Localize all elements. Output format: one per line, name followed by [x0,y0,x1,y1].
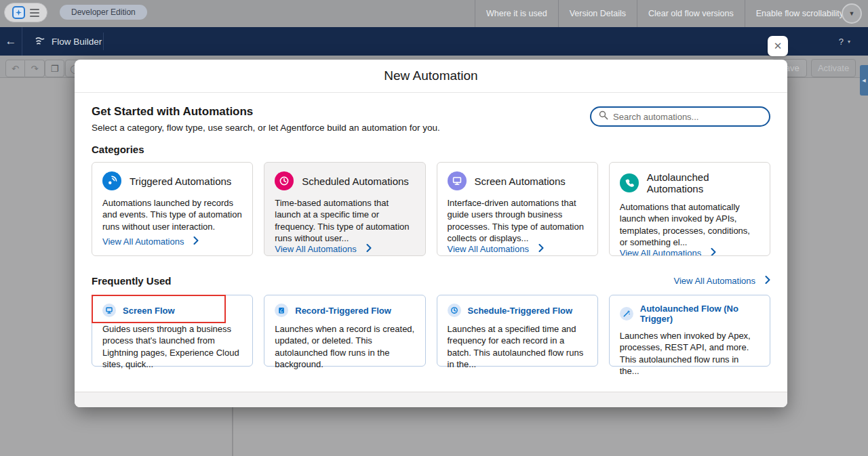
copy-button[interactable]: ❐ [45,60,64,77]
search-icon [599,110,608,123]
agentforce-tab[interactable] [4,3,47,22]
close-icon: ✕ [774,40,783,52]
chevron-left-icon: ◀ [862,78,865,83]
view-all-link[interactable]: View All Automations [448,244,587,254]
category-card-triggered[interactable]: Triggered Automations Automations launch… [92,162,253,256]
category-card-screen[interactable]: Screen Automations Interface-driven auto… [437,162,598,256]
frequently-used-heading: Frequently Used [92,275,172,287]
intro-subheading: Select a category, flow type, use search… [92,123,440,133]
dropdown-circle-button[interactable]: ▼ [842,3,862,24]
top-menu: Where it is used Version Details Clear o… [475,0,868,27]
app-header: ← Flow Builder ? ▾ [0,27,868,56]
copy-icon: ❐ [51,64,59,74]
hamburger-menu-icon[interactable] [30,9,39,17]
view-all-link[interactable]: View All Automations [275,244,414,254]
monitor-icon [448,171,467,190]
help-menu[interactable]: ? ▾ [839,27,850,56]
clock-icon [448,304,461,317]
caret-down-icon: ▾ [848,39,850,45]
frequently-used-grid: Screen Flow Guides users through a busin… [92,295,770,367]
header-divider [103,33,104,50]
flow-connector-line [232,407,233,456]
intro-block: Get Started with Automations Select a ca… [92,105,440,133]
new-automation-modal: New Automation Get Started with Automati… [75,60,787,407]
modal-body: Get Started with Automations Select a ca… [75,105,787,367]
chevron-right-icon [765,276,770,286]
intro-heading: Get Started with Automations [92,105,440,119]
chevron-right-icon [193,236,199,247]
search-box[interactable] [590,106,770,127]
edition-badge: Developer Edition [60,5,147,20]
modal-footer [75,392,787,407]
sparkle-icon [12,6,25,19]
category-card-scheduled[interactable]: Scheduled Automations Time-based automat… [264,162,425,256]
flow-card-autolaunched-no-trigger[interactable]: Autolaunched Flow (No Trigger) Launches … [609,295,770,367]
chevron-right-icon [711,248,716,256]
search-input[interactable] [613,112,762,122]
trigger-signal-icon [102,171,121,190]
view-all-link[interactable]: View All Automations [102,236,242,247]
clock-icon [275,171,294,190]
modal-title: New Automation [75,60,787,93]
monitor-icon [102,304,116,317]
categories-heading: Categories [92,144,770,155]
flow-builder-logo-icon [34,37,46,49]
undo-icon: ↶ [12,64,19,74]
menu-item-version-details[interactable]: Version Details [558,0,637,27]
activate-button[interactable]: Activate [811,59,856,77]
menu-item-clear-versions[interactable]: Clear old flow versions [637,0,745,27]
top-bar: Developer Edition Where it is used Versi… [0,0,868,27]
redo-button[interactable]: ↷ [25,60,45,77]
redo-icon: ↷ [31,64,39,74]
undo-button[interactable]: ↶ [5,60,25,77]
record-icon [275,304,288,317]
category-card-autolaunched[interactable]: Autolaunched Automations Automations tha… [609,162,770,256]
view-all-link-frequently-used[interactable]: View All Automations [674,276,770,286]
back-arrow-icon: ← [5,35,17,48]
view-all-link[interactable]: View All Automations [620,248,760,256]
toolbox-panel-toggle[interactable]: ◀ [860,65,868,96]
chevron-right-icon [366,244,372,254]
flow-card-screen-flow[interactable]: Screen Flow Guides users through a busin… [92,295,253,367]
phone-icon [620,173,639,192]
app-title: Flow Builder [52,27,102,56]
caret-down-icon: ▼ [849,10,855,17]
flow-card-record-triggered[interactable]: Record-Triggered Flow Launches when a re… [264,295,425,367]
modal-close-button[interactable]: ✕ [768,36,788,56]
flow-card-schedule-triggered[interactable]: Schedule-Triggered Flow Launches at a sp… [437,295,598,367]
chevron-right-icon [538,244,544,254]
categories-grid: Triggered Automations Automations launch… [92,162,770,256]
menu-item-where-used[interactable]: Where it is used [475,0,558,27]
back-button[interactable]: ← [0,27,22,56]
wand-icon [620,307,633,320]
